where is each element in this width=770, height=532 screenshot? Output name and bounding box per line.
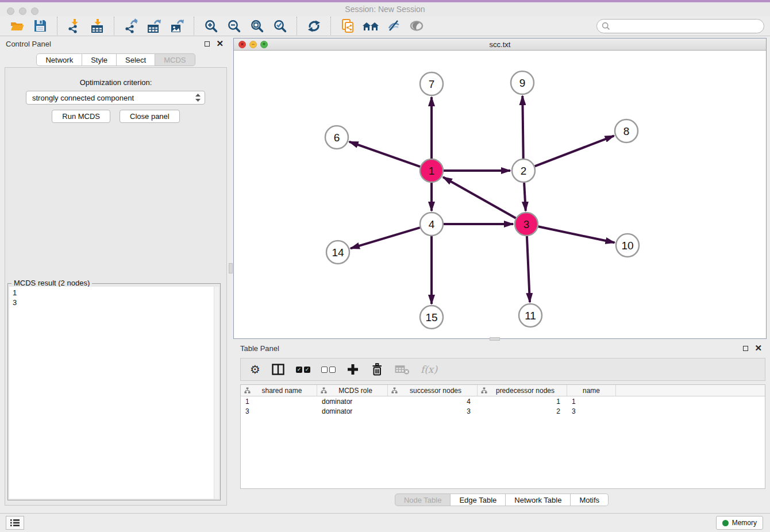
genemania-homes-icon[interactable]	[361, 17, 380, 34]
graph-node-2[interactable]: 2	[512, 159, 535, 182]
optimization-criterion-dropdown[interactable]: strongly connected component	[26, 91, 205, 105]
table-panel: Table Panel ✕ ⚙ ✓✓	[233, 341, 770, 511]
column-header-predecessor-nodes[interactable]: predecessor nodes	[478, 385, 567, 396]
zoom-out-icon[interactable]	[225, 17, 243, 34]
window-controls[interactable]	[7, 7, 38, 15]
float-table-panel-icon[interactable]	[743, 346, 748, 351]
graph-node-6[interactable]: 6	[325, 126, 348, 149]
search-box[interactable]	[596, 19, 764, 33]
minimize-window-icon[interactable]	[19, 7, 26, 15]
optimization-criterion-label: Optimization criterion:	[5, 78, 226, 87]
zoom-in-icon[interactable]	[202, 17, 220, 34]
export-network-icon[interactable]	[122, 17, 140, 34]
close-panel-icon[interactable]: ✕	[216, 41, 224, 47]
network-minimize-icon[interactable]: −	[249, 41, 257, 48]
show-panels-icon[interactable]	[407, 17, 426, 34]
cell-mcds-role: dominator	[317, 407, 388, 415]
edge-3-11[interactable]	[527, 236, 530, 302]
graph-node-8[interactable]: 8	[615, 119, 638, 142]
import-table-icon[interactable]	[88, 17, 106, 34]
app-titlebar: Session: New Session	[0, 2, 770, 16]
node-label: 11	[525, 310, 536, 322]
cell-name: 1	[567, 398, 616, 406]
search-input[interactable]	[613, 22, 759, 30]
graph-node-11[interactable]: 11	[519, 304, 542, 327]
zoom-fit-icon[interactable]	[248, 17, 266, 34]
dropdown-stepper-icon	[195, 93, 201, 102]
tab-edge-table[interactable]: Edge Table	[451, 494, 506, 506]
mcds-result-list[interactable]: 1 3	[9, 287, 219, 499]
deselect-all-icon[interactable]	[321, 361, 336, 377]
cell-name: 3	[567, 407, 616, 415]
edge-3-1[interactable]	[443, 177, 516, 218]
open-folder-icon[interactable]	[8, 17, 26, 34]
add-column-icon[interactable]	[346, 361, 359, 377]
float-panel-icon[interactable]	[205, 41, 210, 47]
select-all-icon[interactable]: ✓✓	[296, 361, 310, 377]
cell-predecessor-nodes: 1	[478, 398, 567, 406]
graph-node-7[interactable]: 7	[420, 72, 443, 95]
edge-3-10[interactable]	[538, 226, 615, 242]
graph-node-15[interactable]: 15	[420, 306, 443, 329]
hide-panels-icon[interactable]	[384, 17, 403, 34]
tab-network-table[interactable]: Network Table	[506, 494, 571, 506]
panel-splitter-handle[interactable]	[229, 263, 233, 273]
graph-node-1[interactable]: 1	[420, 159, 443, 182]
graph-node-9[interactable]: 9	[511, 71, 534, 94]
edge-1-6[interactable]	[349, 142, 420, 167]
table-panel-tabs: Node Table Edge Table Network Table Moti…	[233, 494, 770, 506]
graph-node-4[interactable]: 4	[420, 213, 443, 236]
edge-2-8[interactable]	[535, 136, 614, 166]
network-maximize-icon[interactable]: +	[260, 41, 268, 48]
task-history-button[interactable]	[6, 516, 24, 530]
zoom-selected-icon[interactable]	[271, 17, 289, 34]
delete-column-icon[interactable]	[370, 361, 384, 377]
column-layout-icon[interactable]	[271, 361, 285, 377]
refresh-layout-icon[interactable]	[305, 17, 323, 34]
close-window-icon[interactable]	[7, 7, 14, 15]
tab-mcds[interactable]: MCDS	[155, 53, 195, 66]
function-builder-icon-disabled: f(x)	[421, 361, 437, 377]
mcds-result-scrollbar[interactable]	[214, 287, 219, 499]
memory-button[interactable]: Memory	[716, 516, 763, 530]
close-panel-button[interactable]: Close panel	[120, 110, 180, 123]
network-close-icon[interactable]: ×	[238, 41, 246, 48]
column-header-shared-name[interactable]: shared name	[241, 385, 317, 396]
node-label: 10	[621, 240, 633, 252]
export-table-icon[interactable]	[145, 17, 163, 34]
toolbar-separator	[297, 17, 297, 35]
control-panel-header: Control Panel ✕	[0, 36, 232, 51]
dropdown-selected-value: strongly connected component	[32, 94, 195, 102]
run-mcds-button[interactable]: Run MCDS	[52, 110, 110, 123]
maximize-window-icon[interactable]	[31, 7, 38, 15]
control-panel-title: Control Panel	[0, 40, 51, 48]
settings-gear-icon[interactable]: ⚙	[250, 361, 260, 377]
tab-select[interactable]: Select	[117, 53, 155, 66]
edge-2-9[interactable]	[522, 96, 523, 159]
graph-node-14[interactable]: 14	[326, 241, 349, 264]
export-image-icon[interactable]	[168, 17, 186, 34]
node-label: 6	[334, 132, 340, 144]
tab-network[interactable]: Network	[36, 53, 82, 66]
network-window-titlebar[interactable]: × − + scc.txt	[234, 38, 766, 51]
table-row[interactable]: 1 dominator 4 1 1	[241, 396, 765, 406]
column-header-successor-nodes[interactable]: successor nodes	[388, 385, 478, 396]
tab-motifs[interactable]: Motifs	[571, 494, 609, 506]
node-table[interactable]: shared name MCDS role successor nodes pr…	[240, 384, 765, 489]
graph-node-3[interactable]: 3	[515, 213, 538, 236]
edge-4-14[interactable]	[351, 228, 420, 248]
save-session-icon[interactable]	[31, 17, 49, 34]
column-header-mcds-role[interactable]: MCDS role	[317, 385, 388, 396]
table-row[interactable]: 3 dominator 3 2 3	[241, 406, 765, 416]
node-label: 8	[623, 125, 630, 137]
import-network-icon[interactable]	[65, 17, 83, 34]
close-table-panel-icon[interactable]: ✕	[754, 345, 762, 351]
clone-network-icon[interactable]	[338, 17, 357, 34]
network-canvas[interactable]: 7968124314101511	[234, 51, 766, 338]
tab-node-table[interactable]: Node Table	[395, 494, 451, 506]
mcds-result-line: 3	[13, 298, 219, 307]
edge-2-3[interactable]	[524, 183, 526, 211]
graph-node-10[interactable]: 10	[616, 234, 639, 257]
column-header-name[interactable]: name	[567, 385, 616, 396]
tab-style[interactable]: Style	[82, 53, 117, 66]
